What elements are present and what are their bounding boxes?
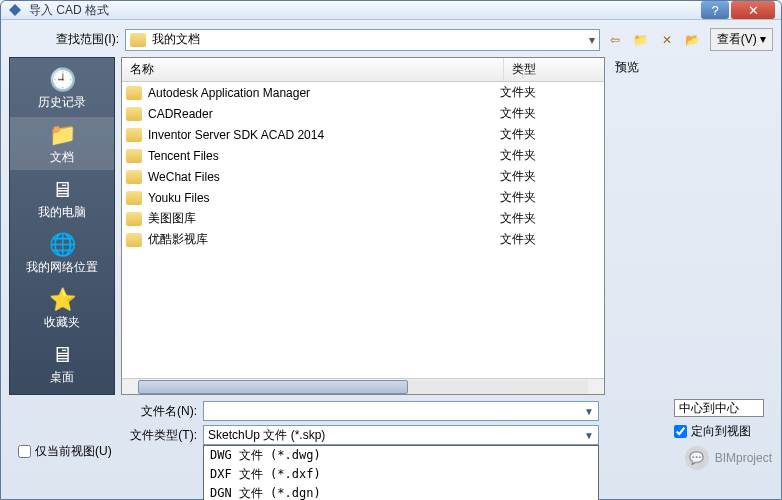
filetype-label: 文件类型(T): (125, 427, 197, 444)
sidebar-item-mycomputer[interactable]: 🖥我的电脑 (10, 172, 114, 225)
sidebar-item-network[interactable]: 🌐我的网络位置 (10, 227, 114, 280)
file-list[interactable]: Autodesk Application Manager文件夹CADReader… (122, 82, 604, 378)
back-icon[interactable]: ⇦ (606, 31, 624, 49)
file-row[interactable]: 美图图库文件夹 (122, 208, 604, 229)
close-button[interactable]: ✕ (731, 1, 775, 19)
orient-label: 定向到视图 (691, 423, 751, 440)
folder-icon (126, 86, 142, 100)
preview-label: 预览 (611, 57, 773, 78)
network-icon: 🌐 (46, 231, 78, 259)
sidebar-item-desktop[interactable]: 🖥桌面 (10, 337, 114, 390)
folder-icon (130, 33, 146, 47)
view-menu-button[interactable]: 查看(V) ▾ (710, 28, 773, 51)
file-row[interactable]: WeChat Files文件夹 (122, 166, 604, 187)
documents-icon: 📁 (46, 121, 78, 149)
sidebar-item-favorites[interactable]: ⭐收藏夹 (10, 282, 114, 335)
filetype-dropdown: DWG 文件 (*.dwg)DXF 文件 (*.dxf)DGN 文件 (*.dg… (203, 445, 599, 500)
location-text: 我的文档 (152, 31, 200, 48)
current-view-checkbox[interactable] (18, 445, 31, 458)
delete-icon[interactable]: ✕ (658, 31, 676, 49)
folder-icon (126, 233, 142, 247)
filetype-option[interactable]: DWG 文件 (*.dwg) (204, 446, 598, 465)
folder-icon (126, 107, 142, 121)
file-row[interactable]: Inventor Server SDK ACAD 2014文件夹 (122, 124, 604, 145)
file-list-panel: 名称 类型 Autodesk Application Manager文件夹CAD… (121, 57, 605, 395)
new-folder-icon[interactable]: 📂 (684, 31, 702, 49)
window-title: 导入 CAD 格式 (29, 2, 701, 19)
watermark: 💬 BIMproject (685, 446, 772, 470)
horizontal-scrollbar[interactable] (122, 378, 604, 394)
up-folder-icon[interactable]: 📁 (632, 31, 650, 49)
wechat-icon: 💬 (685, 446, 709, 470)
folder-icon (126, 212, 142, 226)
filename-input[interactable]: ▼ (203, 401, 599, 421)
orient-checkbox[interactable] (674, 425, 687, 438)
folder-icon (126, 191, 142, 205)
column-type[interactable]: 类型 (504, 58, 604, 81)
current-view-label: 仅当前视图(U) (35, 443, 112, 460)
column-name[interactable]: 名称 (122, 58, 504, 81)
folder-icon (126, 149, 142, 163)
filetype-combo[interactable]: SketchUp 文件 (*.skp) ▼ (203, 425, 599, 445)
scrollbar-thumb[interactable] (138, 380, 408, 394)
center-combo[interactable]: 中心到中心 (674, 399, 764, 417)
history-icon: 🕘 (46, 66, 78, 94)
folder-icon (126, 170, 142, 184)
help-button[interactable]: ? (701, 1, 729, 19)
titlebar: 导入 CAD 格式 ? ✕ (1, 1, 781, 20)
file-row[interactable]: Autodesk Application Manager文件夹 (122, 82, 604, 103)
chevron-down-icon: ▾ (589, 33, 595, 47)
preview-panel: 预览 (611, 57, 773, 395)
file-row[interactable]: Tencent Files文件夹 (122, 145, 604, 166)
filename-label: 文件名(N): (125, 403, 197, 420)
filetype-option[interactable]: DGN 文件 (*.dgn) (204, 484, 598, 500)
file-row[interactable]: 优酷影视库文件夹 (122, 229, 604, 250)
desktop-icon: 🖥 (46, 341, 78, 369)
app-icon (7, 2, 23, 18)
chevron-down-icon: ▼ (584, 406, 594, 417)
svg-marker-0 (9, 4, 21, 16)
star-icon: ⭐ (46, 286, 78, 314)
places-sidebar: 🕘历史记录 📁文档 🖥我的电脑 🌐我的网络位置 ⭐收藏夹 🖥桌面 (9, 57, 115, 395)
sidebar-item-documents[interactable]: 📁文档 (10, 117, 114, 170)
chevron-down-icon: ▼ (584, 430, 594, 441)
look-in-label: 查找范围(I): (49, 31, 119, 48)
folder-icon (126, 128, 142, 142)
filetype-option[interactable]: DXF 文件 (*.dxf) (204, 465, 598, 484)
column-header: 名称 类型 (122, 58, 604, 82)
computer-icon: 🖥 (46, 176, 78, 204)
location-combo[interactable]: 我的文档 ▾ (125, 29, 600, 51)
file-row[interactable]: CADReader文件夹 (122, 103, 604, 124)
file-row[interactable]: Youku Files文件夹 (122, 187, 604, 208)
sidebar-item-history[interactable]: 🕘历史记录 (10, 62, 114, 115)
